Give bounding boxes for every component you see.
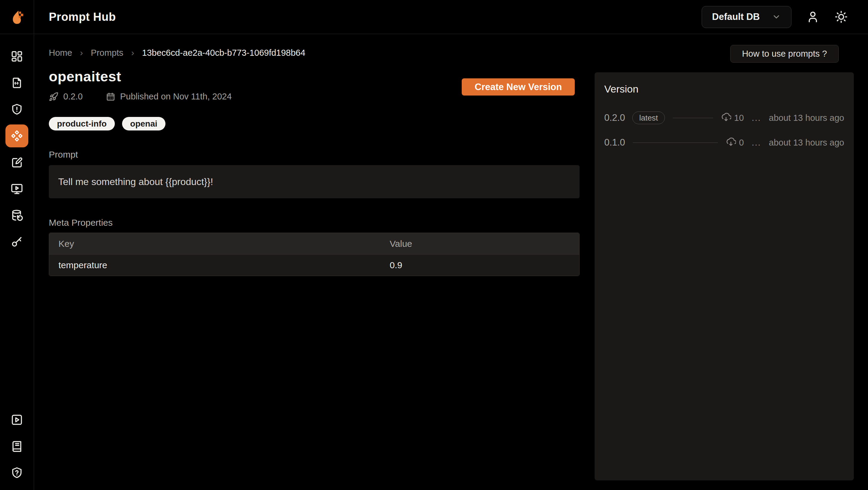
version-row-0-2-0[interactable]: 0.2.0 latest 10 ... about 13 hours ago: [604, 111, 844, 125]
tag-openai: openai: [122, 117, 165, 130]
app-title: Prompt Hub: [49, 10, 116, 24]
main-content: Home › Prompts › 13bec6cd-ae2a-40cb-b773…: [34, 34, 868, 490]
version-row-number: 0.1.0: [604, 137, 625, 148]
breadcrumb-separator: ›: [80, 48, 83, 58]
sidebar-item-guardrails[interactable]: [10, 103, 24, 116]
version-row-0-1-0[interactable]: 0.1.0 0 ... about 13 hours ago: [604, 135, 844, 150]
table-header-row: Key Value: [49, 233, 579, 254]
how-to-use-prompts-button[interactable]: How to use prompts ?: [730, 45, 839, 63]
create-new-version-button[interactable]: Create New Version: [462, 78, 575, 95]
dashboard-icon: [10, 50, 24, 63]
sidebar-item-dashboard[interactable]: [10, 50, 24, 63]
database-selector-label: Default DB: [712, 11, 760, 22]
cloud-download-icon: [721, 113, 731, 123]
sidebar-nav: [0, 34, 34, 490]
sidebar-item-api-keys[interactable]: [10, 235, 24, 249]
database-selector[interactable]: Default DB: [702, 6, 792, 28]
prompt-hub-diamonds-icon: [10, 129, 24, 143]
published-group: Published on Nov 11th, 2024: [106, 92, 232, 101]
version-more-menu[interactable]: ...: [752, 113, 761, 123]
tag-product-info: product-info: [49, 117, 115, 130]
table-cell-key: temperature: [49, 260, 380, 270]
version-more-menu[interactable]: ...: [752, 137, 761, 148]
book-icon: [10, 440, 24, 453]
top-bar: Prompt Hub Default DB: [0, 0, 868, 34]
version-row-number: 0.2.0: [604, 113, 625, 123]
rocket-icon: [49, 92, 59, 101]
square-pen-icon: [10, 156, 24, 169]
breadcrumb-prompts[interactable]: Prompts: [91, 48, 123, 58]
prompt-section-label: Prompt: [49, 150, 78, 160]
app-logo: [0, 0, 34, 34]
version-number: 0.2.0: [63, 92, 83, 101]
download-count: 0: [739, 138, 744, 148]
sidebar-item-annotations[interactable]: [10, 156, 24, 169]
page-title: openaitest: [49, 68, 121, 85]
database-restore-icon: [10, 209, 24, 222]
sidebar-item-playground[interactable]: [10, 182, 24, 195]
version-timestamp: about 13 hours ago: [769, 138, 844, 148]
monitor-play-icon: [10, 182, 24, 195]
latest-badge: latest: [632, 112, 665, 124]
meta-properties-table: Key Value temperature 0.9: [49, 233, 580, 276]
download-count-group: 0: [726, 137, 744, 148]
breadcrumb-current-prompt-id: 13bec6cd-ae2a-40cb-b773-1069fd198b64: [142, 48, 305, 58]
download-count: 10: [734, 113, 744, 123]
sidebar-item-support[interactable]: [10, 466, 24, 480]
published-date: Published on Nov 11th, 2024: [120, 92, 232, 101]
flame-logo-icon: [8, 8, 25, 25]
table-header-value: Value: [380, 239, 579, 249]
version-panel: Version 0.2.0 latest 10 ... about 13 hou…: [595, 72, 854, 480]
breadcrumb-home[interactable]: Home: [49, 48, 72, 58]
breadcrumb: Home › Prompts › 13bec6cd-ae2a-40cb-b773…: [49, 48, 305, 58]
calendar-icon: [106, 92, 116, 101]
prompt-meta-row: 0.2.0 Published on Nov 11th, 2024: [49, 92, 232, 101]
version-list: 0.2.0 latest 10 ... about 13 hours ago 0…: [604, 111, 844, 150]
sidebar-item-docs[interactable]: [10, 440, 24, 453]
theme-toggle-button[interactable]: [834, 10, 848, 24]
breadcrumb-separator: ›: [131, 48, 134, 58]
version-timestamp: about 13 hours ago: [769, 113, 844, 123]
sun-icon: [834, 10, 848, 24]
sidebar-item-traces[interactable]: [10, 76, 24, 90]
shield-question-icon: [10, 466, 24, 480]
prompt-text: Tell me something about {{product}}!: [58, 176, 213, 187]
tags-row: product-info openai: [49, 117, 165, 130]
play-square-icon: [10, 413, 24, 426]
sidebar-item-datasets[interactable]: [10, 209, 24, 222]
topbar-actions: Default DB: [702, 6, 868, 28]
meta-properties-label: Meta Properties: [49, 218, 113, 228]
version-row-divider-line: [633, 143, 718, 143]
chevron-down-icon: [772, 12, 781, 21]
prompt-text-box: Tell me something about {{product}}!: [49, 165, 580, 198]
table-cell-value: 0.9: [380, 260, 579, 270]
user-profile-button[interactable]: [806, 10, 820, 24]
version-row-divider-line: [673, 118, 713, 118]
sidebar-item-prompt-hub[interactable]: [5, 124, 28, 147]
sidebar-item-getting-started[interactable]: [10, 413, 24, 426]
download-count-group: 10: [721, 113, 744, 123]
file-code-icon: [10, 76, 24, 90]
shield-alert-icon: [10, 103, 24, 116]
cloud-download-icon: [726, 137, 736, 148]
table-header-key: Key: [49, 239, 380, 249]
user-icon: [806, 10, 820, 24]
version-panel-title: Version: [604, 83, 844, 95]
table-row: temperature 0.9: [49, 254, 579, 276]
key-icon: [10, 235, 24, 249]
